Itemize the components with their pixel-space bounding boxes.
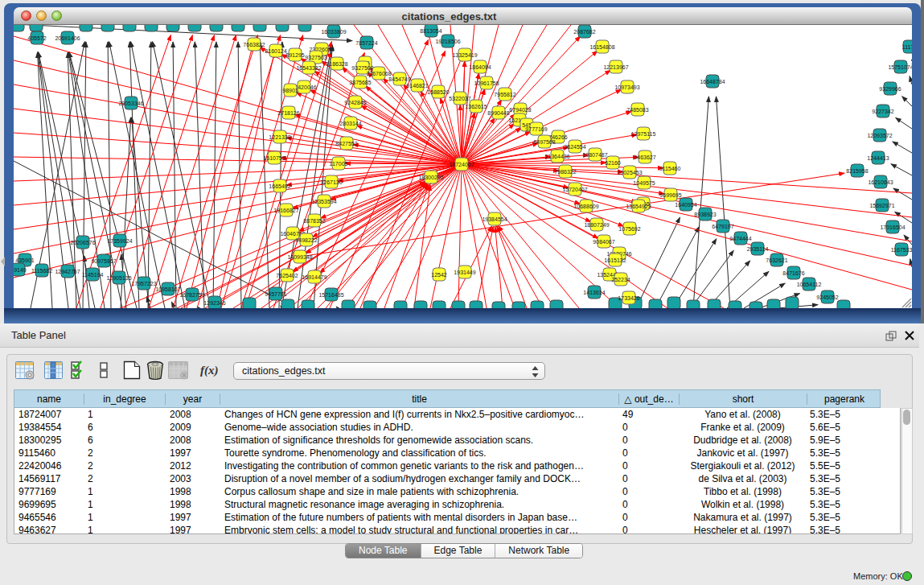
svg-text:2087682: 2087682: [573, 29, 595, 35]
svg-text:8990448: 8990448: [487, 110, 509, 116]
svg-text:1292346: 1292346: [203, 300, 225, 306]
svg-text:12353594: 12353594: [311, 199, 336, 204]
svg-text:1588520: 1588520: [427, 89, 449, 95]
svg-text:405572: 405572: [27, 35, 46, 41]
svg-text:1362615: 1362615: [465, 104, 487, 109]
svg-text:5322037: 5322037: [449, 96, 470, 101]
svg-text:15716485: 15716485: [318, 292, 343, 298]
svg-text:7986322: 7986322: [554, 169, 576, 175]
svg-text:90975867: 90975867: [91, 258, 116, 264]
svg-text:1115682: 1115682: [31, 268, 52, 274]
svg-text:14099348: 14099348: [287, 254, 312, 260]
svg-text:3875685: 3875685: [349, 80, 371, 85]
svg-text:9245052: 9245052: [816, 295, 838, 300]
svg-text:117005: 117005: [330, 161, 348, 167]
svg-text:9146821: 9146821: [406, 83, 428, 89]
svg-text:12905135: 12905135: [106, 275, 131, 281]
svg-text:17359924: 17359924: [107, 238, 132, 244]
svg-text:9115460: 9115460: [659, 166, 681, 171]
svg-text:8454749: 8454749: [388, 76, 410, 82]
svg-text:16210643: 16210643: [868, 179, 893, 185]
svg-text:1049575: 1049575: [633, 180, 655, 186]
svg-text:16648784: 16648784: [700, 79, 725, 84]
svg-text:891295: 891295: [285, 52, 304, 58]
svg-text:9329966: 9329966: [879, 86, 901, 92]
svg-text:2718126: 2718126: [277, 110, 299, 116]
svg-text:8471676: 8471676: [782, 270, 804, 276]
svg-text:3624554: 3624554: [564, 144, 585, 150]
svg-text:10807487: 10807487: [582, 152, 607, 158]
svg-text:12542: 12542: [431, 272, 447, 278]
svg-text:10973493: 10973493: [614, 84, 639, 90]
svg-text:8813054: 8813054: [420, 28, 441, 34]
svg-text:15692971: 15692971: [869, 203, 894, 208]
svg-text:1075692: 1075692: [618, 226, 640, 232]
svg-text:20206576: 20206576: [70, 240, 95, 245]
svg-text:98901: 98901: [282, 88, 298, 93]
svg-text:19218506: 19218506: [435, 39, 460, 44]
svg-text:17957223: 17957223: [131, 281, 156, 286]
svg-text:6497568: 6497568: [533, 139, 555, 145]
svg-text:3267130: 3267130: [320, 179, 342, 185]
svg-text:18807249: 18807249: [584, 222, 609, 228]
svg-text:9327503: 9327503: [305, 55, 326, 60]
svg-text:1615132: 1615132: [604, 257, 626, 263]
svg-text:18300295: 18300295: [418, 175, 443, 180]
svg-text:16033809: 16033809: [321, 29, 346, 35]
svg-text:17016504: 17016504: [880, 225, 905, 230]
svg-text:9327508: 9327508: [351, 65, 373, 71]
svg-text:1145194: 1145194: [82, 272, 104, 278]
svg-text:15720407: 15720407: [562, 187, 587, 192]
svg-text:13325419: 13325419: [452, 52, 477, 58]
svg-text:16543382: 16543382: [296, 65, 321, 71]
svg-text:39149: 39149: [14, 267, 27, 273]
svg-text:23676068: 23676068: [366, 71, 391, 76]
svg-text:7857224: 7857224: [355, 40, 377, 46]
svg-text:7632621: 7632621: [766, 257, 787, 263]
svg-text:7663822: 7663822: [243, 42, 265, 47]
svg-text:10025453: 10025453: [617, 170, 642, 175]
svg-text:1167533: 1167533: [891, 247, 912, 253]
svg-text:1413614: 1413614: [583, 290, 605, 295]
svg-text:11172: 11172: [902, 44, 912, 50]
svg-text:7955812: 7955812: [494, 92, 515, 97]
svg-text:10654112: 10654112: [797, 282, 822, 287]
svg-text:62160: 62160: [605, 160, 621, 166]
svg-text:9227342: 9227342: [872, 109, 893, 114]
svg-text:1640954: 1640954: [675, 202, 696, 208]
svg-text:2803144: 2803144: [339, 121, 361, 126]
svg-text:8186328: 8186328: [326, 61, 347, 67]
svg-text:8427552: 8427552: [335, 141, 357, 146]
svg-text:21364436: 21364436: [544, 154, 569, 159]
svg-text:19166827: 19166827: [273, 208, 298, 213]
svg-text:6794028: 6794028: [509, 107, 531, 113]
svg-text:7485083: 7485083: [626, 107, 648, 113]
svg-text:1221338: 1221338: [269, 134, 290, 140]
svg-text:12942757: 12942757: [55, 269, 80, 274]
svg-text:2935114: 2935114: [747, 246, 769, 252]
svg-text:10688609: 10688609: [573, 204, 598, 209]
svg-text:8878352: 8878352: [303, 218, 325, 224]
svg-text:9498222: 9498222: [295, 237, 317, 243]
svg-text:16914479: 16914479: [302, 274, 326, 280]
svg-text:12975115: 12975115: [631, 131, 656, 137]
svg-text:1665492: 1665492: [269, 183, 290, 189]
svg-text:1733426: 1733426: [618, 295, 639, 301]
svg-text:10961758: 10961758: [474, 80, 499, 86]
svg-text:16782759: 16782759: [179, 292, 204, 298]
svg-text:7625402: 7625402: [276, 273, 298, 278]
svg-text:9474444: 9474444: [729, 236, 751, 241]
svg-text:9242845: 9242845: [344, 100, 366, 105]
svg-text:19384554: 19384554: [482, 216, 507, 222]
svg-text:10958107: 10958107: [155, 286, 180, 292]
svg-text:9699695: 9699695: [659, 192, 681, 198]
svg-text:8160124: 8160124: [265, 48, 286, 54]
svg-text:1931449: 1931449: [454, 270, 475, 275]
svg-text:8215958: 8215958: [846, 168, 868, 174]
svg-text:6479197: 6479197: [712, 224, 733, 229]
svg-text:9777169: 9777169: [525, 126, 547, 132]
svg-text:20691406: 20691406: [55, 35, 80, 41]
svg-text:12093572: 12093572: [867, 133, 892, 138]
svg-text:16154808: 16154808: [589, 44, 614, 50]
svg-text:252234: 252234: [611, 277, 630, 282]
